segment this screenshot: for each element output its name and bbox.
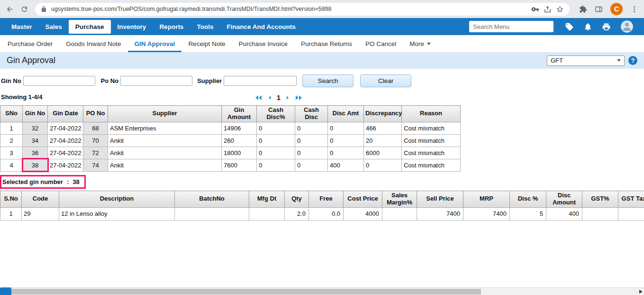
filter-row: Gin No Po No Supplier Search Clear [1, 74, 644, 87]
table-row[interactable]: 13227-04-202268ASM Enterprises1490600046… [0, 122, 461, 134]
scrollbar-right-arrow-icon[interactable] [639, 290, 643, 294]
tag-icon[interactable] [565, 22, 574, 31]
bookmark-star-icon[interactable] [556, 5, 564, 13]
table-cell[interactable]: 68 [83, 122, 108, 134]
table-cell: Cost mismatch [402, 147, 461, 159]
table-cell: 12 in Lenso alloy [59, 207, 175, 220]
menu-search-input[interactable] [469, 21, 553, 32]
subnav-purchase-invoice[interactable]: Purchase Invoice [232, 35, 294, 52]
chevron-down-icon [617, 59, 621, 62]
subnav-purchase-returns[interactable]: Purchase Returns [294, 35, 359, 52]
table-cell: 1 [0, 122, 23, 134]
table-cell: 466 [364, 122, 402, 134]
subnav-po-cancel[interactable]: PO Cancel [359, 35, 403, 52]
browser-menu-icon[interactable] [630, 5, 638, 13]
browser-profile-avatar[interactable]: C [610, 3, 623, 15]
outlet-select[interactable]: GFT [547, 55, 625, 66]
table-cell: 2 [0, 134, 23, 147]
table-cell: 1 [0, 207, 22, 220]
menu-inventory[interactable]: Inventory [111, 20, 153, 34]
refresh-icon[interactable] [20, 5, 28, 13]
table-cell: 6000 [364, 147, 402, 159]
supplier-input[interactable] [224, 76, 297, 86]
printer-icon[interactable] [602, 22, 611, 31]
table-cell: 0 [328, 122, 364, 134]
table-row[interactable]: 12912 in Lenso alloy2.00.040007400740054… [0, 207, 644, 220]
table-row[interactable]: 33627-04-202272Ankit180000006000Cost mis… [0, 147, 461, 159]
table-cell[interactable]: 34 [23, 134, 48, 147]
url-text: ugsystems.true-pos.com/TruePOS/com.gofru… [51, 6, 527, 12]
table-cell: 0 [257, 159, 295, 171]
table-cell[interactable]: 38 [23, 159, 48, 171]
table-cell: 3 [0, 147, 23, 159]
previous-page-icon[interactable] [267, 95, 272, 101]
table-cell[interactable]: 72 [83, 147, 108, 159]
notifications-bell-icon[interactable] [583, 22, 592, 31]
table-cell: 14906 [222, 122, 257, 134]
extensions-icon[interactable] [579, 5, 587, 13]
first-page-icon[interactable] [255, 95, 263, 101]
menu-master[interactable]: Master [5, 20, 39, 34]
subnav-gin-approval[interactable]: GIN Approval [128, 35, 182, 52]
menu-reports[interactable]: Reports [153, 20, 190, 34]
column-header: Cost Price [344, 191, 382, 207]
subnav-goods-inward-note[interactable]: Goods Inward Note [59, 35, 127, 52]
subnav-more[interactable]: More [403, 35, 437, 52]
corner-widget[interactable] [0, 287, 11, 295]
table-cell: 27-04-2022 [48, 134, 83, 147]
chevron-down-icon [427, 43, 431, 45]
key-icon[interactable] [531, 5, 539, 13]
table-cell: 29 [22, 207, 59, 220]
column-header: BatchNo [175, 191, 249, 207]
table-row[interactable]: 43827-04-202274Ankit7600004000Cost misma… [0, 159, 461, 171]
user-avatar-icon[interactable] [620, 20, 634, 33]
menu-sales[interactable]: Sales [39, 20, 69, 34]
showing-text: Showing 1-4/4 [1, 93, 42, 101]
address-bar[interactable]: ugsystems.true-pos.com/TruePOS/com.gofru… [35, 3, 570, 16]
subnav-receipt-note[interactable]: Receipt Note [181, 35, 232, 52]
gin-items-table: S.No Code Description BatchNo Mfg Dt Qty… [0, 191, 644, 221]
current-page-number[interactable]: 1 [277, 94, 281, 101]
table-cell: 0 [295, 122, 328, 134]
last-page-icon[interactable] [295, 95, 302, 101]
table-cell[interactable]: 36 [23, 147, 48, 159]
po-no-input[interactable] [120, 76, 192, 86]
table-cell: Ankit [108, 147, 222, 159]
horizontal-scrollbar[interactable] [0, 287, 644, 295]
subnav-purchase-order[interactable]: Purchase Order [1, 35, 59, 52]
selected-gin-label: Selected gin number [2, 178, 63, 185]
column-header: Cash Disc% [257, 106, 295, 122]
table-cell: 400 [328, 159, 364, 171]
column-header: Disc % [510, 191, 546, 207]
column-header: Sell Price [417, 191, 463, 207]
table-cell[interactable]: 74 [83, 159, 108, 171]
table-cell: 260 [222, 134, 257, 147]
table-row[interactable]: 23427-04-202270Ankit26000020Cost mismatc… [0, 134, 461, 147]
help-icon[interactable]: ? [628, 56, 637, 65]
table-cell: 4000 [344, 207, 382, 220]
table-cell[interactable]: 32 [23, 122, 48, 134]
side-panel-icon[interactable] [595, 5, 603, 13]
menu-finance-and-accounts[interactable]: Finance And Accounts [220, 20, 302, 34]
column-header: Supplier [108, 106, 222, 122]
supplier-label: Supplier [197, 77, 222, 84]
table-cell[interactable]: 70 [83, 134, 108, 147]
table-cell: Ankit [108, 159, 222, 171]
table-cell: 0 [364, 159, 402, 171]
share-icon[interactable] [544, 5, 552, 13]
next-page-icon[interactable] [285, 95, 290, 101]
table-cell: 20 [364, 134, 402, 147]
column-header: Disc Amount [546, 191, 582, 207]
gin-no-input[interactable] [23, 76, 95, 86]
column-header: SNo [0, 106, 23, 122]
table-header-row: S.No Code Description BatchNo Mfg Dt Qty… [0, 191, 644, 207]
menu-tools[interactable]: Tools [190, 20, 220, 34]
clear-button[interactable]: Clear [360, 74, 411, 87]
header-icons [565, 20, 634, 33]
menu-purchase[interactable]: Purchase [69, 20, 111, 34]
scrollbar-thumb[interactable] [0, 289, 481, 295]
results-summary-row: Showing 1-4/4 1 [0, 93, 644, 103]
table-header-row: SNo Gin No Gin Date PO No Supplier Gin A… [0, 106, 461, 122]
search-button[interactable]: Search [302, 74, 354, 87]
back-icon[interactable] [6, 5, 14, 13]
